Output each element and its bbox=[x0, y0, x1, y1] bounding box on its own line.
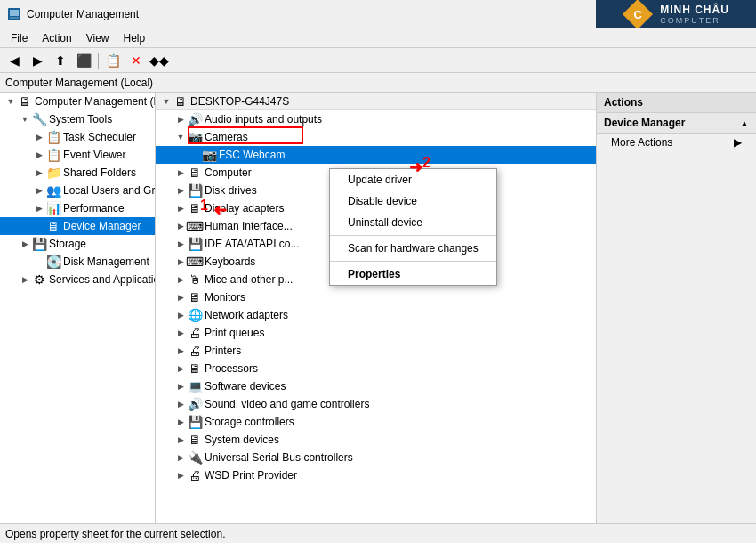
context-uninstall-device[interactable]: Uninstall device bbox=[330, 212, 496, 233]
toolbar-back[interactable]: ◀ bbox=[4, 51, 25, 70]
device-audio[interactable]: ▶ 🔊 Audio inputs and outputs bbox=[156, 110, 596, 128]
tree-task-scheduler-label: Task Scheduler bbox=[63, 131, 136, 143]
device-monitors[interactable]: ▶ 🖥 Monitors bbox=[156, 288, 596, 306]
tree-performance[interactable]: ▶ 📊 Performance bbox=[0, 199, 155, 217]
tree-event-viewer[interactable]: ▶ 📋 Event Viewer bbox=[0, 146, 155, 164]
toolbar-show-hide[interactable]: ⬛ bbox=[73, 51, 94, 70]
menu-bar: File Action View Help bbox=[0, 28, 756, 48]
tree-services-label: Services and Applications bbox=[49, 273, 156, 286]
cameras-icon: 📷 bbox=[188, 130, 202, 144]
expand-local-users[interactable]: ▶ bbox=[32, 183, 46, 198]
expand-audio[interactable]: ▶ bbox=[173, 112, 188, 126]
device-print-queues[interactable]: ▶ 🖨 Print queues bbox=[156, 324, 596, 342]
device-storage-ctrl[interactable]: ▶ 💾 Storage controllers bbox=[156, 413, 596, 431]
expand-storage-ctrl[interactable]: ▶ bbox=[173, 415, 188, 429]
expand-sound[interactable]: ▶ bbox=[173, 397, 188, 411]
tree-services[interactable]: ▶ ⚙ Services and Applications bbox=[0, 271, 155, 288]
device-wsd[interactable]: ▶ 🖨 WSD Print Provider bbox=[156, 466, 596, 484]
local-users-icon: 👥 bbox=[46, 183, 60, 198]
expand-disk-drives[interactable]: ▶ bbox=[173, 183, 188, 198]
logo-subname: COMPUTER bbox=[660, 16, 729, 25]
logo-area: C MINH CHÂU COMPUTER bbox=[596, 0, 756, 28]
expand-network[interactable]: ▶ bbox=[173, 308, 188, 322]
expand-monitors[interactable]: ▶ bbox=[173, 290, 188, 304]
expand-performance[interactable]: ▶ bbox=[32, 201, 46, 215]
device-system[interactable]: ▶ 🖥 System devices bbox=[156, 431, 596, 449]
device-fsc-label: FSC Webcam bbox=[219, 149, 285, 161]
toolbar-copy[interactable]: 📋 bbox=[102, 51, 124, 70]
actions-more-actions[interactable]: More Actions ▶ bbox=[597, 134, 756, 151]
expand-device-manager[interactable] bbox=[32, 219, 46, 233]
tree-system-tools[interactable]: ▼ 🔧 System Tools bbox=[0, 110, 155, 128]
device-usb[interactable]: ▶ 🔌 Universal Serial Bus controllers bbox=[156, 449, 596, 466]
device-processors[interactable]: ▶ 🖥 Processors bbox=[156, 360, 596, 377]
shared-folders-icon: 📁 bbox=[46, 166, 60, 180]
expand-display[interactable]: ▶ bbox=[173, 201, 188, 215]
tree-disk-management[interactable]: 💽 Disk Management bbox=[0, 253, 155, 271]
context-disable-device[interactable]: Disable device bbox=[330, 190, 496, 212]
expand-system-dev[interactable]: ▶ bbox=[173, 433, 188, 447]
tree-device-manager[interactable]: 🖥 Device Manager bbox=[0, 217, 155, 235]
context-scan-hardware[interactable]: Scan for hardware changes bbox=[330, 238, 496, 259]
menu-help[interactable]: Help bbox=[117, 30, 153, 46]
tree-shared-folders-label: Shared Folders bbox=[63, 166, 136, 179]
device-cameras[interactable]: ▼ 📷 Cameras bbox=[156, 128, 596, 146]
menu-file[interactable]: File bbox=[4, 30, 35, 46]
expand-desktop[interactable]: ▼ bbox=[159, 94, 173, 109]
device-printers[interactable]: ▶ 🖨 Printers bbox=[156, 342, 596, 360]
actions-header: Actions bbox=[597, 93, 756, 113]
center-panel: ▼ 🖥 DESKTOP-G44J47S ▶ 🔊 Audio inputs and… bbox=[156, 93, 596, 523]
toolbar-up[interactable]: ⬆ bbox=[50, 51, 71, 70]
expand-task-scheduler[interactable]: ▶ bbox=[32, 130, 46, 144]
system-tools-icon: 🔧 bbox=[32, 112, 46, 126]
device-software[interactable]: ▶ 💻 Software devices bbox=[156, 377, 596, 395]
device-network[interactable]: ▶ 🌐 Network adapters bbox=[156, 306, 596, 324]
context-update-driver[interactable]: Update driver bbox=[330, 169, 496, 190]
expand-storage[interactable]: ▶ bbox=[18, 237, 32, 251]
device-usb-label: Universal Serial Bus controllers bbox=[205, 451, 353, 464]
device-printers-label: Printers bbox=[205, 344, 241, 357]
expand-software[interactable]: ▶ bbox=[173, 379, 188, 393]
tree-local-users[interactable]: ▶ 👥 Local Users and Groups bbox=[0, 182, 155, 199]
context-properties[interactable]: Properties bbox=[330, 263, 496, 285]
expand-services[interactable]: ▶ bbox=[18, 272, 32, 287]
tree-root[interactable]: ▼ 🖥 Computer Management (Local bbox=[0, 93, 155, 110]
expand-disk-management[interactable] bbox=[32, 255, 46, 269]
address-bar: Computer Management (Local) bbox=[0, 73, 756, 93]
expand-system-tools[interactable]: ▼ bbox=[18, 112, 32, 126]
expand-printers[interactable]: ▶ bbox=[173, 344, 188, 358]
expand-shared-folders[interactable]: ▶ bbox=[32, 166, 46, 180]
storage-ctrl-icon: 💾 bbox=[188, 415, 202, 429]
menu-view[interactable]: View bbox=[79, 30, 117, 46]
usb-icon: 🔌 bbox=[188, 450, 202, 465]
tree-task-scheduler[interactable]: ▶ 📋 Task Scheduler bbox=[0, 128, 155, 146]
webcam-icon: 📷 bbox=[202, 148, 216, 162]
status-bar: Opens property sheet for the current sel… bbox=[0, 523, 756, 543]
expand-cameras[interactable]: ▼ bbox=[173, 130, 188, 144]
svg-rect-2 bbox=[10, 17, 19, 19]
toolbar-properties[interactable]: ◆◆ bbox=[149, 51, 170, 70]
toolbar-delete[interactable]: ✕ bbox=[125, 51, 147, 70]
window-title: Computer Management bbox=[27, 8, 626, 20]
expand-event-viewer[interactable]: ▶ bbox=[32, 148, 46, 162]
expand-root[interactable]: ▼ bbox=[4, 94, 18, 109]
monitors-icon: 🖥 bbox=[188, 290, 202, 304]
actions-section-title: Device Manager ▲ bbox=[597, 113, 756, 134]
sound-icon: 🔊 bbox=[188, 397, 202, 411]
mice-icon: 🖱 bbox=[188, 272, 202, 287]
device-fsc-webcam[interactable]: 📷 FSC Webcam bbox=[156, 146, 596, 164]
toolbar-forward[interactable]: ▶ bbox=[27, 51, 48, 70]
tree-storage[interactable]: ▶ 💾 Storage bbox=[0, 235, 155, 253]
expand-wsd[interactable]: ▶ bbox=[173, 468, 188, 482]
main-layout: ▼ 🖥 Computer Management (Local ▼ 🔧 Syste… bbox=[0, 93, 756, 523]
expand-computer[interactable]: ▶ bbox=[173, 166, 188, 180]
tree-shared-folders[interactable]: ▶ 📁 Shared Folders bbox=[0, 164, 155, 182]
expand-mice[interactable]: ▶ bbox=[173, 272, 188, 287]
device-storage-ctrl-label: Storage controllers bbox=[205, 416, 294, 428]
expand-ide[interactable]: ▶ bbox=[173, 237, 188, 251]
expand-print-q[interactable]: ▶ bbox=[173, 326, 188, 340]
expand-usb[interactable]: ▶ bbox=[173, 450, 188, 465]
device-sound[interactable]: ▶ 🔊 Sound, video and game controllers bbox=[156, 395, 596, 413]
expand-processors[interactable]: ▶ bbox=[173, 361, 188, 376]
menu-action[interactable]: Action bbox=[35, 30, 78, 46]
